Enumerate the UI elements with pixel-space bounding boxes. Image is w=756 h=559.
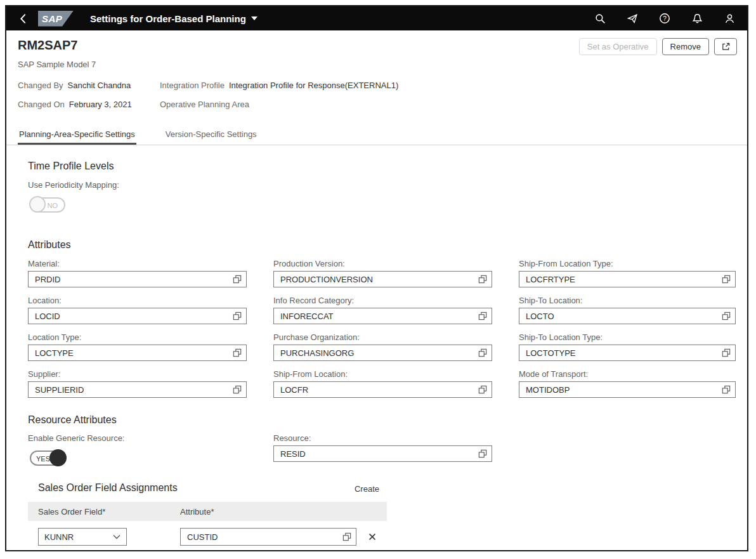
value-help-icon[interactable] xyxy=(478,449,487,458)
resource-attributes-section: Resource Attributes Enable Generic Resou… xyxy=(28,414,738,466)
material-input-box[interactable] xyxy=(34,274,233,285)
field-info-record-category: Info Record Category: xyxy=(273,296,492,324)
production-version-input[interactable] xyxy=(273,271,492,287)
tab-planning-area-specific-settings[interactable]: Planning-Area-Specific Settings xyxy=(18,126,136,145)
set-as-operative-button[interactable]: Set as Operative xyxy=(579,38,657,55)
resource-input[interactable] xyxy=(273,445,492,462)
ship-to-location-input[interactable] xyxy=(519,308,736,324)
value-help-icon[interactable] xyxy=(478,312,487,320)
field-supplier: Supplier: xyxy=(28,369,247,398)
value-help-icon[interactable] xyxy=(722,385,731,394)
toggle-knob xyxy=(29,196,46,213)
create-button[interactable]: Create xyxy=(355,484,379,494)
value-help-icon[interactable] xyxy=(478,348,487,357)
changed-by-value: Sanchit Chandna xyxy=(68,81,131,90)
page-subtitle: SAP Sample Model 7 xyxy=(18,60,737,69)
paper-plane-icon xyxy=(627,13,638,24)
value-help-icon[interactable] xyxy=(233,275,242,284)
purchase-organization-input-box[interactable] xyxy=(279,348,478,358)
share-icon xyxy=(721,42,731,51)
header-meta: Changed BySanchit Chandna Integration Pr… xyxy=(18,81,737,109)
field-label: Info Record Category: xyxy=(273,296,492,305)
location-type-input-box[interactable] xyxy=(34,348,233,358)
info-record-category-input[interactable] xyxy=(273,308,492,324)
resource-input-box[interactable] xyxy=(279,449,478,459)
value-help-icon[interactable] xyxy=(478,385,487,394)
changed-by-label: Changed By xyxy=(18,81,63,90)
integration-profile-value: Integration Profile for Response(EXTERNA… xyxy=(229,81,398,90)
column-header-attribute: Attribute* xyxy=(180,507,377,516)
shell-search-button[interactable] xyxy=(592,11,608,26)
supplier-input[interactable] xyxy=(28,381,247,398)
field-label: Production Version: xyxy=(273,259,492,268)
changed-by: Changed BySanchit Chandna xyxy=(18,81,160,90)
location-type-input[interactable] xyxy=(28,345,247,361)
remove-button[interactable]: Remove xyxy=(662,38,709,55)
field-label: Purchase Organization: xyxy=(273,332,492,342)
value-help-icon[interactable] xyxy=(722,348,731,357)
shell-notifications-button[interactable] xyxy=(689,11,705,26)
field-label: Location Type: xyxy=(28,332,247,342)
ship-to-location-type-input[interactable] xyxy=(519,345,736,361)
value-help-icon[interactable] xyxy=(233,312,242,320)
field-location-type: Location Type: xyxy=(28,332,247,361)
sales-order-field-assignments-section: Sales Order Field Assignments Create Sal… xyxy=(28,482,387,551)
field-label: Location: xyxy=(28,296,247,305)
ship-from-location-input-box[interactable] xyxy=(279,385,478,395)
use-periodicity-mapping-toggle[interactable]: NO xyxy=(30,197,65,213)
ship-from-location-type-input-box[interactable] xyxy=(525,274,722,285)
resource-label: Resource: xyxy=(273,433,492,443)
use-periodicity-mapping-label: Use Periodicity Mapping: xyxy=(28,180,738,190)
sap-logo-text: SAP xyxy=(42,13,62,24)
back-button[interactable] xyxy=(16,11,29,26)
help-icon: ? xyxy=(659,13,670,24)
mode-of-transport-input[interactable] xyxy=(519,381,736,398)
operative-planning-area-label: Operative Planning Area xyxy=(160,100,249,109)
field-purchase-organization: Purchase Organization: xyxy=(273,332,492,361)
material-input[interactable] xyxy=(28,271,247,287)
toggle-state-label: NO xyxy=(48,202,58,209)
delete-row-button[interactable] xyxy=(368,532,377,541)
time-profile-levels-section: Time Profile Levels Use Periodicity Mapp… xyxy=(28,161,738,213)
supplier-input-box[interactable] xyxy=(34,385,233,395)
sales-order-field-selected-value: KUNNR xyxy=(44,532,74,542)
shell-help-button[interactable]: ? xyxy=(657,11,672,26)
tab-version-specific-settings[interactable]: Version-Specific Settings xyxy=(164,126,258,145)
purchase-organization-input[interactable] xyxy=(273,345,492,361)
value-help-icon[interactable] xyxy=(233,348,242,357)
field-location: Location: xyxy=(28,296,247,324)
value-help-icon[interactable] xyxy=(233,385,242,394)
value-help-icon[interactable] xyxy=(478,275,487,284)
enable-generic-resource-label: Enable Generic Resource: xyxy=(28,433,247,443)
integration-profile: Integration ProfileIntegration Profile f… xyxy=(160,81,737,90)
shell-feedback-button[interactable] xyxy=(625,11,640,26)
field-ship-from-location-type: Ship-From Location Type: xyxy=(519,259,736,287)
bell-icon xyxy=(692,13,703,24)
value-help-icon[interactable] xyxy=(722,312,731,320)
info-record-category-input-box[interactable] xyxy=(279,311,478,322)
field-label: Supplier: xyxy=(28,369,247,379)
ship-from-location-input[interactable] xyxy=(273,381,492,398)
share-button[interactable] xyxy=(714,38,737,55)
enable-generic-resource-toggle[interactable]: YES xyxy=(30,450,65,466)
production-version-input-box[interactable] xyxy=(279,274,478,285)
shell-bar: SAP Settings for Order-Based Planning ? xyxy=(6,6,747,30)
value-help-icon[interactable] xyxy=(342,532,351,541)
app-title-menu[interactable]: Settings for Order-Based Planning xyxy=(86,13,261,25)
field-material: Material: xyxy=(28,259,247,287)
page-header: RM2SAP7 Set as Operative Remove SAP Samp… xyxy=(6,30,747,109)
sap-logo: SAP xyxy=(38,11,74,27)
ship-from-location-type-input[interactable] xyxy=(519,271,736,287)
attribute-input-box[interactable] xyxy=(186,532,342,543)
location-input-box[interactable] xyxy=(34,311,233,322)
ship-to-location-type-input-box[interactable] xyxy=(525,348,722,358)
location-input[interactable] xyxy=(28,308,247,324)
mode-of-transport-input-box[interactable] xyxy=(525,385,722,395)
attribute-input[interactable] xyxy=(180,528,356,546)
changed-on-label: Changed On xyxy=(18,100,65,109)
ship-to-location-input-box[interactable] xyxy=(525,311,722,322)
field-ship-from-location: Ship-From Location: xyxy=(273,369,492,398)
shell-profile-button[interactable] xyxy=(722,11,737,26)
sales-order-field-select[interactable]: KUNNR xyxy=(38,528,127,546)
value-help-icon[interactable] xyxy=(722,275,731,284)
